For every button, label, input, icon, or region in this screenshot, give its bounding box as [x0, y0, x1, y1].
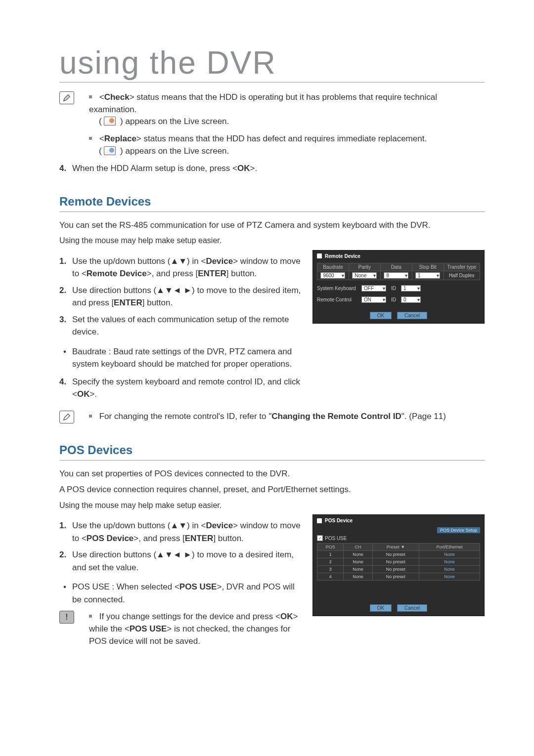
table-row: 3NoneNo presetNone [317, 566, 480, 573]
pencil-icon [59, 91, 74, 104]
parity-select[interactable]: None [352, 272, 377, 279]
pos-heading: POS Devices [59, 443, 485, 461]
remote-control-select[interactable]: ON [361, 296, 386, 303]
pos-use-bullet: POS USE : When selected <POS USE>, DVR a… [59, 581, 302, 606]
pos-device-panel: POS Device POS Device Setup ✓ POS USE PO… [312, 514, 485, 616]
check-note-sub: ( ) appears on the Live screen. [99, 116, 485, 128]
remote-step1: Use the up/down buttons (▲▼) in <Device>… [59, 255, 302, 280]
pos-table: POS CH Preset ▼ Port/Ethernet 1NoneNo pr… [317, 543, 480, 581]
pos-intro1: You can set properties of POS devices co… [59, 467, 485, 480]
pos-step2: Use direction buttons (▲▼◄ ►) to move to… [59, 548, 302, 574]
baudrate-bullet: Baudrate : Baud rate settings of the DVR… [59, 345, 302, 371]
pos-ok-button[interactable]: OK [370, 604, 392, 612]
sys-keyboard-select[interactable]: OFF [361, 285, 386, 292]
chapter-title: using the DVR [59, 44, 485, 83]
remote-table: Baudrate Parity Data Stop Bit Transfer t… [317, 263, 480, 280]
sys-keyboard-label: System Keyboard [317, 286, 356, 291]
pencil-icon [59, 411, 74, 423]
remote-control-label: Remote Control [317, 297, 356, 302]
remote-step3: Set the values of each communication set… [59, 313, 302, 338]
caution-icon: ! [59, 611, 74, 624]
remote-hint: Using the mouse may help make setup easi… [59, 235, 485, 247]
top-step4: When the HDD Alarm setup is done, press … [59, 162, 485, 175]
remote-step4: Specify the system keyboard and remote c… [59, 376, 302, 401]
replace-note: <Replace> status means that the HDD has … [89, 133, 485, 145]
hdd-replace-icon [104, 146, 116, 155]
id-label: ID [391, 286, 396, 291]
id-label-2: ID [391, 297, 396, 302]
pos-use-label: POS USE [325, 536, 347, 541]
pos-hint: Using the mouse may help make setup easi… [59, 500, 485, 512]
pos-step1: Use the up/down buttons (▲▼) in <Device>… [59, 519, 302, 545]
list-icon [317, 518, 322, 523]
remote-intro: You can set the RS-485 communication for… [59, 219, 485, 232]
sys-keyboard-id[interactable]: 1 [401, 285, 421, 292]
remote-device-panel: Remote Device Baudrate Parity Data Stop … [312, 250, 485, 324]
data-select[interactable]: 8 [384, 272, 408, 279]
baudrate-select[interactable]: 9600 [320, 272, 345, 279]
remote-control-id[interactable]: 0 [401, 296, 421, 303]
remote-step2: Use direction buttons (▲▼◄ ►) to move to… [59, 284, 302, 309]
pos-cancel-button[interactable]: Cancel [397, 604, 427, 612]
pos-panel-title: POS Device [325, 518, 353, 523]
check-note: <Check> status means that the HDD is ope… [89, 91, 485, 116]
table-row: 1NoneNo presetNone [317, 551, 480, 558]
pos-device-setup-button[interactable]: POS Device Setup [437, 527, 480, 533]
pos-caution: If you change settings for the device an… [89, 611, 302, 647]
pos-intro2: A POS device connection requires channel… [59, 483, 485, 496]
remote-cancel-button[interactable]: Cancel [397, 312, 427, 319]
pos-use-checkbox[interactable]: ✓ [317, 535, 323, 541]
stopbit-select[interactable]: 1 [415, 272, 440, 279]
remote-note: For changing the remote control's ID, re… [89, 411, 485, 423]
replace-note-sub: ( ) appears on the Live screen. [99, 145, 485, 158]
remote-panel-title: Remote Device [325, 253, 360, 259]
table-row: 4NoneNo presetNone [317, 573, 480, 581]
table-row: 2NoneNo presetNone [317, 558, 480, 566]
remote-ok-button[interactable]: OK [370, 312, 392, 319]
transfer-type: Half Duplex [444, 271, 480, 280]
remote-heading: Remote Devices [59, 195, 485, 212]
hdd-check-icon [104, 117, 116, 126]
satellite-icon [317, 253, 322, 258]
